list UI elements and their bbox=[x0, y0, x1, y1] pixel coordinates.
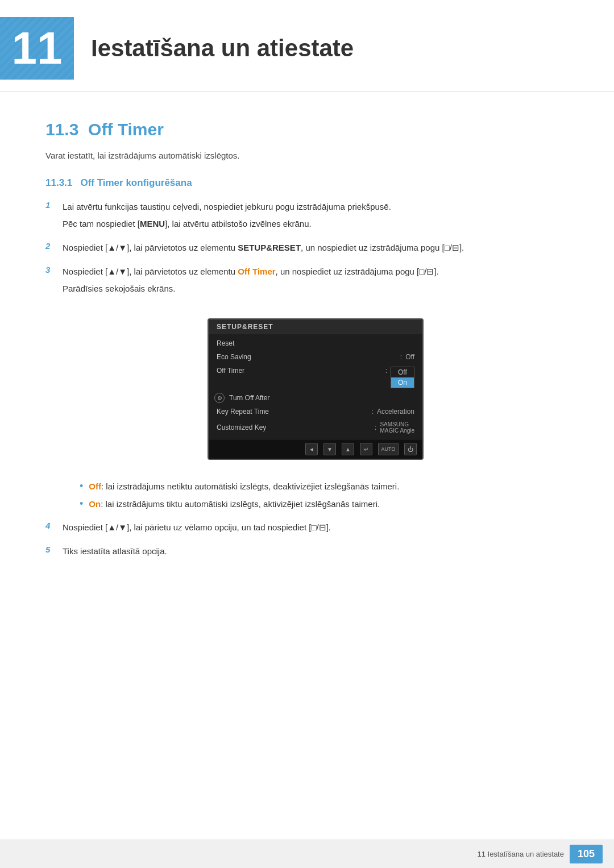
menu-row-turnoffafter: Turn Off After bbox=[209, 391, 422, 405]
bullet-list: • Off: lai izstrādājums netiktu automāti… bbox=[80, 480, 569, 510]
chapter-title: Iestatīšana un atiestate bbox=[91, 35, 354, 62]
ctrl-up: ▲ bbox=[342, 443, 354, 455]
menu-row-keyrepeat: Key Repeat Time : Acceleration bbox=[209, 405, 422, 418]
offtimer-opt-off: Off bbox=[391, 367, 414, 377]
menu-row-customizedkey: Customized Key : SAMSUNGMAGIC Angle bbox=[209, 418, 422, 437]
step-4: 4 Nospiediet [▲/▼], lai pārietu uz vēlam… bbox=[45, 521, 569, 534]
page-footer: 11 Iestatīšana un atiestate 105 bbox=[0, 840, 614, 868]
bullet-dot-on: • bbox=[80, 498, 83, 510]
step-content-4: Nospiediet [▲/▼], lai pārietu uz vēlamo … bbox=[63, 521, 569, 534]
menu-row-reset: Reset bbox=[209, 337, 422, 350]
step-5: 5 Tiks iestatīta atlasītā opcija. bbox=[45, 545, 569, 558]
monitor-controls: ◄ ▼ ▲ ↵ AUTO ⏻ bbox=[209, 439, 422, 459]
offtimer-opt-on: On bbox=[391, 377, 414, 388]
steps-list: 1 Lai atvērtu funkcijas taustiņu ceļvedi… bbox=[45, 200, 569, 558]
bullet-dot-off: • bbox=[80, 480, 83, 493]
step-number-1: 1 bbox=[45, 200, 63, 210]
ctrl-power: ⏻ bbox=[404, 443, 417, 455]
menu-row-offtimer: Off Timer : Off On bbox=[209, 364, 422, 391]
monitor-menu: SETUP&RESET Reset Eco Saving : Off bbox=[209, 319, 422, 439]
subsection-heading: 11.3.1 Off Timer konfigurēšana bbox=[45, 177, 569, 189]
offtimer-dropdown: Off On bbox=[391, 367, 414, 388]
step-number-3: 3 bbox=[45, 265, 63, 275]
step-2: 2 Nospiediet [▲/▼], lai pārvietotos uz e… bbox=[45, 241, 569, 255]
main-content: 11.3 Off Timer Varat iestatīt, lai izstr… bbox=[0, 103, 614, 614]
step-number-2: 2 bbox=[45, 241, 63, 251]
section-intro: Varat iestatīt, lai izstrādājums automāt… bbox=[45, 151, 569, 160]
menu-items: Reset Eco Saving : Off Off Timer bbox=[209, 334, 422, 439]
step-subnote-3: Parādīsies sekojošais ekrāns. bbox=[63, 282, 569, 296]
step-number-4: 4 bbox=[45, 521, 63, 530]
footer-page-number: 105 bbox=[570, 845, 603, 863]
menu-title-bar: SETUP&RESET bbox=[209, 319, 422, 334]
footer-chapter-ref: 11 Iestatīšana un atiestate bbox=[477, 850, 564, 858]
step-content-5: Tiks iestatīta atlasītā opcija. bbox=[63, 545, 569, 558]
step-3: 3 Nospiediet [▲/▼], lai pārvietotos uz e… bbox=[45, 265, 569, 510]
ctrl-enter: ↵ bbox=[360, 443, 372, 455]
section-heading: 11.3 Off Timer bbox=[45, 120, 569, 139]
step-1: 1 Lai atvērtu funkcijas taustiņu ceļvedi… bbox=[45, 200, 569, 231]
settings-icon bbox=[214, 393, 225, 403]
step-content-1: Lai atvērtu funkcijas taustiņu ceļvedi, … bbox=[63, 200, 569, 231]
step-content-2: Nospiediet [▲/▼], lai pārvietotos uz ele… bbox=[63, 241, 569, 255]
ctrl-down: ▼ bbox=[323, 443, 336, 455]
chapter-number: 11 bbox=[0, 17, 74, 80]
monitor-screenshot: SETUP&RESET Reset Eco Saving : Off bbox=[208, 318, 424, 460]
bullet-item-on: • On: lai izstrādājums tiktu automātiski… bbox=[80, 498, 569, 511]
step-number-5: 5 bbox=[45, 545, 63, 554]
step-content-3: Nospiediet [▲/▼], lai pārvietotos uz ele… bbox=[63, 265, 569, 296]
step-subnote-1: Pēc tam nospiediet [MENU], lai atvērtu a… bbox=[63, 217, 569, 231]
chapter-header: 11 Iestatīšana un atiestate bbox=[0, 0, 614, 92]
menu-row-ecosaving: Eco Saving : Off bbox=[209, 350, 422, 364]
ctrl-left: ◄ bbox=[305, 443, 318, 455]
ctrl-auto: AUTO bbox=[378, 443, 399, 455]
bullet-item-off: • Off: lai izstrādājums netiktu automāti… bbox=[80, 480, 569, 493]
